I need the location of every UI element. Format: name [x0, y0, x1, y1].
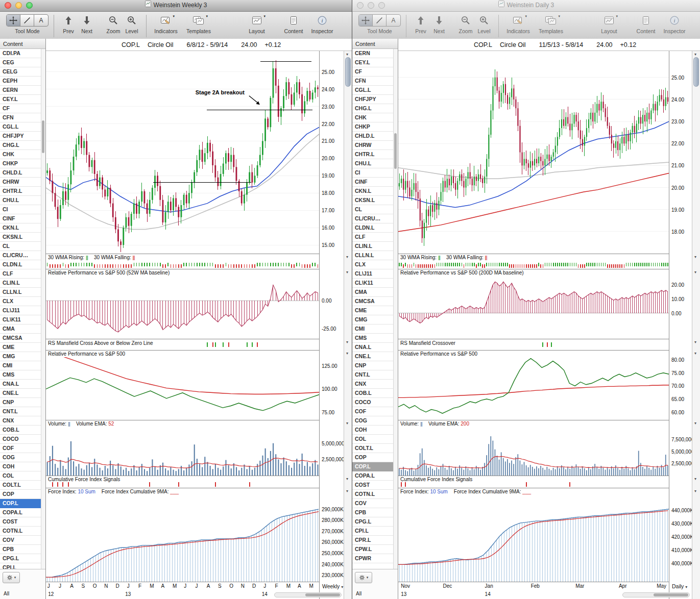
- sidebar-item[interactable]: CLLN.L: [352, 251, 394, 260]
- sidebar-item[interactable]: CL\J11: [0, 306, 41, 315]
- sidebar-item[interactable]: COB.L: [352, 389, 394, 398]
- sidebar-item[interactable]: CNT.L: [0, 407, 41, 416]
- sidebar-item[interactable]: CL\J11: [352, 269, 394, 279]
- scrollbar-thumb[interactable]: [654, 593, 688, 596]
- period-dropdown[interactable]: Daily ▾: [672, 583, 687, 589]
- sidebar-item[interactable]: CPB: [0, 545, 41, 554]
- sidebar-item[interactable]: CI: [0, 205, 41, 214]
- price-chart[interactable]: Stage 2A breakout: [46, 51, 319, 254]
- sidebar-item[interactable]: CNT.L: [352, 370, 394, 380]
- sidebar-item[interactable]: COF: [352, 407, 394, 416]
- sidebar-item[interactable]: CELG: [0, 67, 41, 77]
- panel-collapse-button[interactable]: ▾: [694, 477, 696, 481]
- tool-line-button[interactable]: [373, 15, 387, 26]
- sidebar-item[interactable]: CMS: [352, 334, 394, 343]
- panel-collapse-button[interactable]: ▾: [694, 489, 696, 493]
- layout-button[interactable]: ▾ Layout: [595, 14, 623, 34]
- sidebar-item[interactable]: CLLN.L: [0, 288, 41, 297]
- sidebar-item[interactable]: CFN: [352, 77, 394, 86]
- sidebar-item[interactable]: CERN: [352, 49, 394, 58]
- indicators-button[interactable]: ▾ Indicators: [504, 14, 533, 34]
- sidebar-item[interactable]: CF: [352, 67, 394, 77]
- sidebar-item[interactable]: CMCSA: [0, 334, 41, 343]
- tool-text-button[interactable]: A: [34, 15, 48, 26]
- sidebar-item[interactable]: COP: [352, 453, 394, 462]
- sidebar-item[interactable]: CPB: [352, 508, 394, 517]
- sidebar-item[interactable]: COPA.L: [0, 508, 41, 517]
- sidebar-item[interactable]: CNP: [0, 398, 41, 407]
- sidebar-item[interactable]: CLIN.L: [352, 242, 394, 251]
- panel-collapse-button[interactable]: ▾: [346, 255, 348, 259]
- rp-lines-chart[interactable]: [398, 357, 669, 420]
- sidebar-item[interactable]: COF: [0, 444, 41, 453]
- scrollbar-thumb[interactable]: [345, 57, 351, 87]
- sidebar-item[interactable]: COB.L: [0, 426, 41, 435]
- close-button[interactable]: [5, 2, 11, 9]
- sidebar-item[interactable]: COCO: [0, 435, 41, 444]
- sidebar-item[interactable]: CEPH: [0, 77, 41, 86]
- tool-move-button[interactable]: [7, 15, 20, 26]
- sidebar-item[interactable]: CHRW: [352, 141, 394, 150]
- templates-button[interactable]: ▾ Templates: [537, 14, 565, 34]
- sidebar-item[interactable]: CERN: [0, 86, 41, 95]
- tool-move-button[interactable]: [359, 15, 373, 26]
- panel-collapse-button[interactable]: ▾: [346, 477, 348, 481]
- panel-collapse-button[interactable]: ▾: [694, 340, 696, 344]
- sidebar-item[interactable]: CHK: [352, 113, 394, 122]
- inspector-button[interactable]: i Inspector: [308, 14, 336, 34]
- volume-chart[interactable]: [46, 427, 319, 476]
- layout-button[interactable]: ▾ Layout: [243, 14, 271, 34]
- chart-scrollbar[interactable]: ▾▾▾▾▾▾▾▾: [344, 51, 352, 599]
- sidebar-item[interactable]: CKN.L: [352, 187, 394, 196]
- minimize-button[interactable]: [368, 2, 374, 9]
- minimize-button[interactable]: [15, 2, 22, 9]
- titlebar[interactable]: Weinstein Daily 3: [352, 0, 700, 12]
- sidebar-item[interactable]: CNE.L: [0, 389, 41, 398]
- sidebar-item[interactable]: CL\K11: [352, 279, 394, 288]
- sidebar-item[interactable]: CEY.L: [352, 58, 394, 67]
- chart-scrollbar[interactable]: ▾▾▾▾▾▾▾▾: [692, 51, 700, 599]
- content-button[interactable]: Content: [279, 14, 308, 34]
- sidebar-item[interactable]: CNA.L: [0, 380, 41, 389]
- sidebar-item[interactable]: COTN.L: [0, 527, 41, 536]
- sidebar-item[interactable]: COG: [0, 453, 41, 462]
- sidebar-item[interactable]: CHKP: [352, 122, 394, 132]
- sidebar-item[interactable]: COLT.L: [0, 481, 41, 490]
- action-menu-button[interactable]: ▾: [355, 572, 372, 583]
- sidebar-item[interactable]: CPI.L: [352, 527, 394, 536]
- rp-baseline-chart[interactable]: [398, 276, 669, 339]
- sidebar-item[interactable]: CPR.L: [352, 536, 394, 545]
- sidebar-item[interactable]: COP.L: [352, 462, 394, 471]
- sidebar-item[interactable]: CL/CRU…: [352, 214, 394, 223]
- sidebar-item[interactable]: CMG: [0, 352, 41, 361]
- sidebar-item[interactable]: CNA.L: [352, 343, 394, 352]
- sidebar-item[interactable]: COG: [352, 416, 394, 426]
- scrollbar-thumb[interactable]: [305, 593, 340, 596]
- sidebar-item[interactable]: CFN: [0, 113, 41, 122]
- action-menu-button[interactable]: ▾: [3, 572, 20, 583]
- content-button[interactable]: Content: [632, 14, 660, 34]
- sidebar-item[interactable]: CKSN.L: [352, 196, 394, 205]
- volume-chart[interactable]: [398, 427, 669, 476]
- horizontal-scrollbar[interactable]: [274, 592, 342, 597]
- sidebar-item[interactable]: COCO: [352, 398, 394, 407]
- zoom-in-button[interactable]: Level: [475, 14, 493, 34]
- sidebar-item[interactable]: COV: [352, 499, 394, 508]
- tool-line-button[interactable]: [20, 15, 34, 26]
- sidebar-item[interactable]: COST: [352, 481, 394, 490]
- sidebar-item[interactable]: CHU.L: [352, 159, 394, 168]
- sidebar-item[interactable]: CLX: [0, 297, 41, 306]
- sidebar-item[interactable]: CL\K11: [0, 315, 41, 325]
- panel-collapse-button[interactable]: ▾: [346, 53, 348, 57]
- sidebar-item[interactable]: CDI.PA: [0, 49, 41, 58]
- sidebar-item[interactable]: COST: [0, 517, 41, 527]
- panel-collapse-button[interactable]: ▾: [694, 255, 696, 259]
- zoom-out-button[interactable]: Zoom: [456, 14, 475, 34]
- sidebar-scrollbar[interactable]: [41, 49, 45, 569]
- scrollbar-thumb[interactable]: [42, 120, 44, 153]
- sidebar-item[interactable]: CEY.L: [0, 95, 41, 104]
- sidebar-item[interactable]: CGL.L: [0, 122, 41, 132]
- sidebar-item[interactable]: CL: [352, 205, 394, 214]
- sidebar-item[interactable]: CHG.L: [0, 141, 41, 150]
- sidebar-item[interactable]: COH: [0, 462, 41, 471]
